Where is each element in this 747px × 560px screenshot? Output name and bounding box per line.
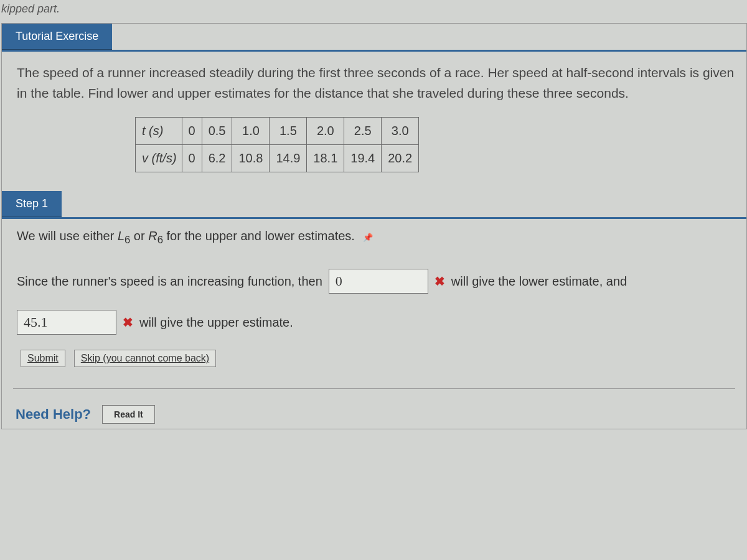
cell: 20.2 — [382, 145, 419, 172]
text-or: or — [130, 229, 148, 243]
answer-input-1[interactable]: 0 — [329, 269, 428, 294]
step1-bar: Step 1 — [2, 191, 746, 219]
fillin-row-2: 45.1 ✖ will give the upper estimate. — [2, 307, 746, 337]
cell: 0.5 — [202, 118, 232, 145]
cell: 0 — [182, 145, 202, 172]
button-row: Submit Skip (you cannot come back) — [2, 337, 746, 372]
cell: 3.0 — [382, 118, 419, 145]
cell: 19.4 — [344, 145, 382, 172]
text: will give the upper estimate. — [139, 315, 293, 330]
step1-intro: We will use either L6 or R6 for the uppe… — [2, 220, 746, 250]
need-help-label: Need Help? — [16, 406, 91, 422]
cell: 6.2 — [202, 145, 232, 172]
tutorial-bar: Tutorial Exercise — [2, 24, 746, 52]
problem-text: The speed of a runner increased steadily… — [17, 63, 735, 103]
data-table: t (s) 0 0.5 1.0 1.5 2.0 2.5 3.0 v (ft/s)… — [135, 117, 419, 172]
cell: 18.1 — [307, 145, 344, 172]
text: will give the lower estimate, and — [451, 274, 627, 289]
submit-button[interactable]: Submit — [21, 350, 65, 367]
sub6: 6 — [125, 234, 130, 246]
problem-block: The speed of a runner increased steadily… — [2, 53, 746, 191]
table-row: t (s) 0 0.5 1.0 1.5 2.0 2.5 3.0 — [136, 118, 419, 145]
cell: 0 — [182, 118, 202, 145]
cell: 2.0 — [307, 118, 344, 145]
read-it-button[interactable]: Read It — [102, 405, 155, 424]
tutorial-header: Tutorial Exercise — [2, 24, 112, 50]
row-label-t: t (s) — [136, 118, 182, 145]
cell: 1.5 — [270, 118, 307, 145]
text: for the upper and lower estimates. — [163, 229, 355, 243]
text-R: R — [148, 229, 157, 243]
skipped-part-note: kipped part. — [0, 0, 747, 22]
incorrect-icon: ✖ — [123, 315, 133, 330]
need-help-row: Need Help? Read It — [2, 389, 746, 429]
row-label-v: v (ft/s) — [136, 145, 182, 172]
exercise-container: Tutorial Exercise The speed of a runner … — [1, 23, 747, 429]
step1-header: Step 1 — [2, 191, 62, 217]
skip-button[interactable]: Skip (you cannot come back) — [74, 350, 216, 367]
fillin-row-1: Since the runner's speed is an increasin… — [2, 266, 746, 296]
cell: 10.8 — [232, 145, 270, 172]
pin-icon: 📌 — [363, 233, 373, 242]
text-L: L — [118, 229, 125, 243]
sub6: 6 — [157, 234, 163, 246]
text: We will use either — [17, 229, 118, 243]
cell: 1.0 — [232, 118, 270, 145]
cell: 14.9 — [270, 145, 307, 172]
table-row: v (ft/s) 0 6.2 10.8 14.9 18.1 19.4 20.2 — [136, 145, 419, 172]
answer-input-2[interactable]: 45.1 — [17, 310, 116, 335]
text: Since the runner's speed is an increasin… — [17, 274, 322, 289]
incorrect-icon: ✖ — [435, 274, 445, 289]
cell: 2.5 — [344, 118, 382, 145]
